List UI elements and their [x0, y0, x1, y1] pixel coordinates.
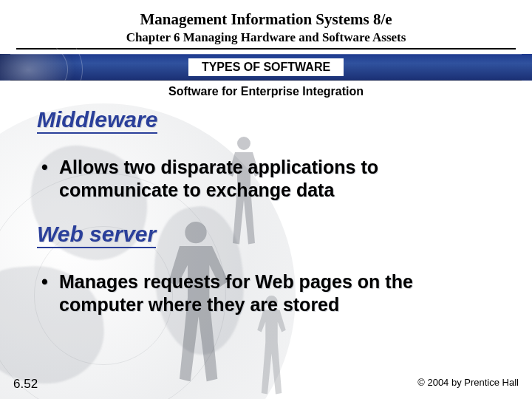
term-web-server: Web server: [37, 222, 156, 248]
slide-body: Middleware Allows two disparate applicat…: [0, 98, 532, 316]
section-band: TYPES OF SOFTWARE: [0, 54, 532, 81]
book-title: Management Information Systems 8/e: [0, 10, 532, 29]
bullet-item: Allows two disparate applications to com…: [37, 156, 495, 201]
slide-header: Management Information Systems 8/e Chapt…: [0, 0, 532, 45]
section-band-label: TYPES OF SOFTWARE: [188, 58, 344, 76]
copyright: © 2004 by Prentice Hall: [417, 377, 519, 392]
slide-subheading: Software for Enterprise Integration: [0, 85, 532, 98]
term-middleware: Middleware: [37, 107, 157, 134]
band-globe-accent: [0, 54, 81, 81]
bullet-item: Manages requests for Web pages on the co…: [37, 270, 495, 316]
slide-footer: 6.52 © 2004 by Prentice Hall: [0, 377, 532, 392]
chapter-title: Chapter 6 Managing Hardware and Software…: [0, 30, 532, 45]
page-number: 6.52: [13, 377, 38, 392]
